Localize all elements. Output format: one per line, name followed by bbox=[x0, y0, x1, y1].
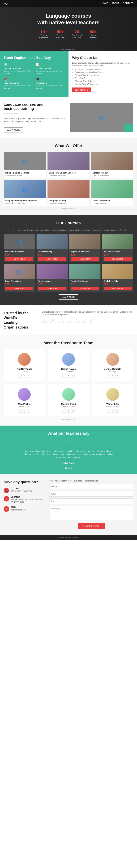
logo-name: ORIENT bbox=[42, 321, 47, 323]
message-field-group bbox=[49, 506, 133, 521]
course-enroll-button[interactable]: LEARN MORE bbox=[104, 257, 132, 261]
trainings-title: TRAININGS bbox=[36, 82, 65, 84]
twitter-icon[interactable]: t bbox=[67, 374, 70, 377]
course-img bbox=[37, 264, 67, 279]
linkedin-icon[interactable]: in bbox=[27, 374, 30, 377]
contact-subtitle: Your email address will not be published… bbox=[49, 480, 133, 482]
course-card: Exam Preparation $20 LEARN MORE bbox=[4, 264, 35, 292]
facebook-icon[interactable]: f bbox=[107, 374, 110, 377]
hero-image-credit: Image from Freepik bbox=[61, 49, 76, 51]
twitter-icon[interactable]: t bbox=[22, 409, 26, 412]
offer-img-credit: Image from Freepik bbox=[4, 208, 133, 210]
offer-card-body: Long-Term English Courses Lorem sit amet… bbox=[47, 170, 90, 178]
courses-learn-more-button[interactable]: LEARN MORE bbox=[59, 294, 78, 300]
teach-section: Teach English in the Best Way 🖥 ONLINE C… bbox=[0, 51, 137, 97]
team-member-name: Monica Pouli bbox=[50, 403, 87, 405]
course-price: $21 bbox=[71, 253, 99, 256]
email-input[interactable] bbox=[49, 491, 133, 497]
linkedin-icon[interactable]: in bbox=[27, 409, 30, 412]
contact-inner: Have any question? 📞 CALL US 123 567 789… bbox=[4, 480, 133, 529]
phone-input[interactable] bbox=[49, 498, 133, 504]
twitter-icon[interactable]: t bbox=[67, 409, 70, 412]
course-enroll-button[interactable]: LEARN MORE bbox=[71, 257, 99, 261]
name-input[interactable] bbox=[49, 484, 133, 489]
facebook-icon[interactable]: f bbox=[107, 409, 110, 412]
social-links: f t in bbox=[6, 374, 43, 377]
twitter-icon[interactable]: t bbox=[111, 409, 115, 412]
course-name: English for Business bbox=[71, 251, 99, 253]
nav-about[interactable]: ABOUT bbox=[112, 2, 119, 5]
offer-card-img bbox=[4, 180, 46, 198]
facebook-icon[interactable]: f bbox=[18, 374, 21, 377]
testimonial-prev-button[interactable]: ‹ bbox=[15, 453, 16, 456]
nav-contact[interactable]: CONTACT bbox=[123, 2, 133, 5]
org-logo: ◎ ORIENT bbox=[42, 319, 47, 323]
learn-more-button[interactable]: LEARN MORE bbox=[72, 88, 91, 92]
avatar bbox=[106, 353, 119, 366]
team-member-role: English Teacher bbox=[50, 406, 87, 408]
testimonial-dot[interactable] bbox=[70, 467, 72, 469]
nav-home[interactable]: HOME bbox=[101, 2, 108, 5]
phone-label: CALL US bbox=[11, 488, 32, 490]
course-enroll-button[interactable]: LEARN MORE bbox=[38, 257, 66, 261]
course-enroll-button[interactable]: LEARN MORE bbox=[38, 287, 66, 290]
logo-icon: 📖 bbox=[52, 319, 54, 321]
avatar bbox=[106, 388, 119, 401]
offer-card: Exam Preparation Lit amet sit illum ipsu… bbox=[91, 180, 133, 206]
course-enroll-button[interactable]: LEARN MORE bbox=[71, 287, 99, 290]
submit-button[interactable]: SEND MESSAGE bbox=[78, 523, 105, 529]
training-desc: Nam venenatis quam nibh eget felis augue… bbox=[4, 117, 67, 123]
linkedin-icon[interactable]: in bbox=[116, 374, 119, 377]
logo-icon: ⟴ bbox=[76, 319, 78, 321]
course-enroll-button[interactable]: LEARN MORE bbox=[5, 257, 33, 261]
offer-card-text: Gravure sit amet illum ipsum. bbox=[5, 202, 44, 205]
courses-section: Our Courses Lorem ipsum dolor sit amet, … bbox=[0, 215, 137, 305]
navigation: logo HOME ABOUT CONTACT bbox=[0, 0, 137, 7]
contact-email-detail: EMAIL info@yoursite.com bbox=[11, 506, 26, 511]
course-enroll-button[interactable]: LEARN MORE bbox=[5, 287, 33, 290]
facebook-icon[interactable]: f bbox=[62, 374, 66, 377]
phone-icon: 📞 bbox=[4, 488, 9, 493]
offer-card-img bbox=[4, 152, 46, 170]
offer-card-title: Flexible English Courses bbox=[5, 172, 44, 174]
linkedin-icon[interactable]: in bbox=[116, 409, 119, 412]
twitter-icon[interactable]: t bbox=[22, 374, 26, 377]
contact-location: 📍 LOCATION 123 Back Street, 31 Avenue, N… bbox=[4, 496, 44, 503]
teach-left: Teach English in the Best Way 🖥 ONLINE C… bbox=[0, 51, 68, 97]
phone-value: 123 567 789 123 456 789 bbox=[11, 490, 32, 493]
training-title: Language courses andbusiness training bbox=[4, 102, 67, 111]
team-section: Meet the Passionate Team Nat Reynolds Fo… bbox=[0, 335, 137, 426]
message-input[interactable] bbox=[49, 506, 133, 520]
team-card-sasha: Sasha Payne Co-Founder f t in bbox=[48, 349, 89, 381]
course-card: Online Learning $19 LEARN MORE bbox=[37, 235, 67, 262]
facebook-icon[interactable]: f bbox=[62, 409, 66, 412]
offer-card-body: Flexible English Courses Lorem sit amet … bbox=[4, 170, 46, 178]
org-logo: ◈ SHAPE bbox=[67, 319, 72, 323]
online-text: Sample click: click to select the Text E… bbox=[4, 70, 33, 74]
org-logo: ⟴ CYCLE bbox=[74, 319, 79, 323]
team-member-role: Manager bbox=[94, 371, 131, 373]
team-title: Meet the Passionate Team bbox=[4, 341, 133, 345]
logo-icon: ◈ bbox=[69, 319, 70, 321]
team-card-walter: Walter Lilly French Teacher f t in bbox=[92, 384, 133, 416]
logo-name: CANVAT bbox=[58, 321, 64, 323]
org-logo: 📖 BOOKS bbox=[50, 319, 55, 323]
hero-content: Language courseswith native-level teache… bbox=[38, 13, 99, 39]
email-icon: ✉ bbox=[4, 506, 9, 512]
social-links: f t in bbox=[50, 374, 87, 377]
course-price: $11 bbox=[104, 283, 132, 286]
testimonial-next-button[interactable]: › bbox=[121, 453, 122, 456]
course-enroll-button[interactable]: LEARN MORE bbox=[104, 287, 132, 290]
testimonial-dot[interactable] bbox=[65, 467, 67, 469]
facebook-icon[interactable]: f bbox=[18, 409, 21, 412]
logo-icon: ✳ bbox=[60, 319, 62, 321]
team-member-name: Nat Reynolds bbox=[6, 368, 43, 370]
twitter-icon[interactable]: t bbox=[111, 374, 115, 377]
email-label: EMAIL bbox=[11, 506, 26, 508]
testimonial-dots bbox=[4, 467, 133, 469]
testimonial-dot[interactable] bbox=[68, 467, 69, 469]
linkedin-icon[interactable]: in bbox=[71, 374, 75, 377]
offer-card-text: Lorem sit amet from ipsum. bbox=[49, 202, 88, 205]
training-learn-more-button[interactable]: LEARN MORE bbox=[4, 127, 23, 132]
linkedin-icon[interactable]: in bbox=[71, 409, 75, 412]
